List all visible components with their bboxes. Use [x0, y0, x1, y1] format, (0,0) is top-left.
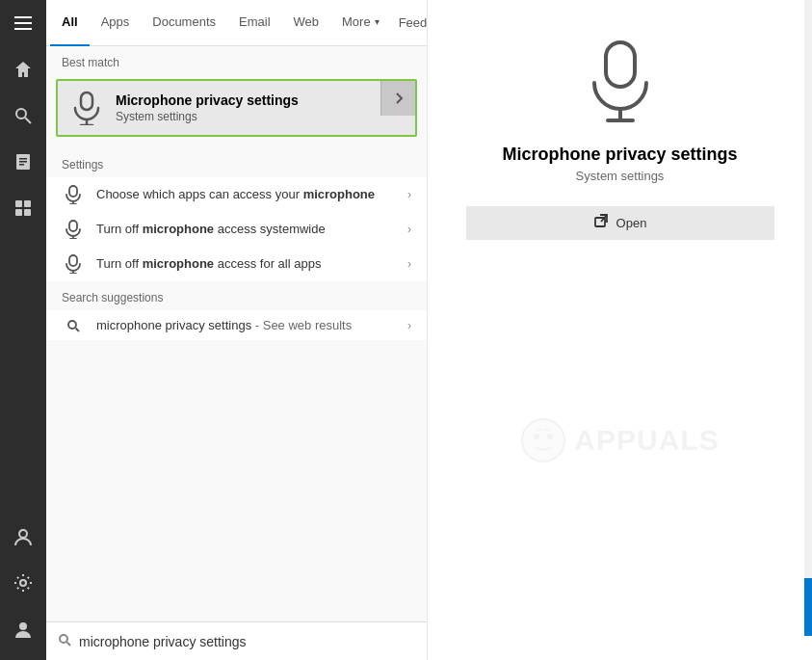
right-scrollbar[interactable]	[804, 0, 812, 621]
microphone-icon	[69, 91, 104, 125]
svg-rect-12	[24, 209, 31, 216]
svg-point-3	[16, 109, 26, 119]
svg-rect-11	[15, 209, 22, 216]
scrollbar-thumb[interactable]	[804, 578, 812, 636]
hamburger-menu[interactable]	[0, 0, 46, 46]
open-button[interactable]: Open	[466, 206, 774, 240]
mic-big-icon	[587, 39, 654, 129]
best-match-item[interactable]: Microphone privacy settings System setti…	[56, 79, 417, 137]
settings-mic-icon-1	[62, 185, 85, 204]
tab-web[interactable]: Web	[282, 0, 331, 46]
best-match-title: Microphone privacy settings	[116, 92, 373, 108]
search-panel: All Apps Documents Email Web More ▾ Feed…	[46, 0, 427, 660]
svg-rect-0	[14, 16, 32, 18]
svg-rect-6	[19, 158, 27, 160]
sidebar-home-icon[interactable]	[0, 46, 46, 92]
open-label: Open	[616, 216, 647, 230]
settings-mic-icon-3	[62, 254, 85, 274]
svg-rect-25	[69, 255, 77, 266]
sidebar-apps-icon[interactable]	[0, 185, 46, 231]
search-bar-icon	[58, 633, 71, 649]
right-panel-subtitle: System settings	[576, 169, 665, 183]
settings-mic-icon-2	[62, 220, 85, 239]
svg-rect-9	[15, 200, 22, 207]
sidebar-user-icon[interactable]	[0, 514, 46, 560]
svg-rect-8	[19, 164, 24, 166]
svg-rect-19	[69, 186, 77, 197]
svg-point-30	[60, 635, 67, 643]
sidebar-documents-icon[interactable]	[0, 139, 46, 185]
watermark-area: APPUALS	[520, 240, 719, 641]
suggestion-text: microphone privacy settings - See web re…	[96, 318, 407, 332]
sidebar-settings-icon[interactable]	[0, 560, 46, 606]
svg-point-39	[547, 434, 553, 439]
svg-rect-2	[14, 28, 32, 30]
tab-email[interactable]: Email	[227, 0, 282, 46]
search-bar-text: microphone privacy settings	[79, 634, 247, 649]
suggestion-item-web[interactable]: microphone privacy settings - See web re…	[46, 310, 427, 340]
right-panel-title: Microphone privacy settings	[502, 145, 737, 165]
tab-all[interactable]: All	[50, 0, 90, 46]
settings-chevron-2: ›	[407, 223, 411, 236]
svg-rect-32	[606, 42, 635, 87]
sidebar-search-icon[interactable]	[0, 92, 46, 139]
best-match-subtitle: System settings	[116, 110, 373, 123]
settings-label: Settings	[46, 148, 427, 177]
settings-item-choose-apps[interactable]: Choose which apps can access your microp…	[46, 177, 427, 212]
svg-line-29	[76, 328, 80, 331]
svg-point-14	[20, 580, 26, 586]
svg-point-28	[68, 321, 76, 329]
more-chevron-icon: ▾	[375, 16, 380, 27]
search-bar[interactable]: microphone privacy settings	[46, 621, 427, 660]
best-match-label: Best match	[46, 46, 427, 75]
svg-point-15	[19, 622, 27, 630]
tabs-row: All Apps Documents Email Web More ▾ Feed…	[46, 0, 427, 46]
tab-more[interactable]: More ▾	[330, 0, 391, 46]
svg-rect-7	[19, 161, 27, 163]
svg-rect-1	[14, 22, 32, 24]
svg-line-31	[67, 643, 71, 647]
svg-rect-10	[24, 200, 31, 207]
best-match-open-arrow[interactable]	[380, 81, 415, 116]
settings-item-turn-off-systemwide[interactable]: Turn off microphone access systemwide ›	[46, 212, 427, 247]
tab-documents[interactable]: Documents	[141, 0, 227, 46]
sidebar-person-icon[interactable]	[0, 606, 46, 652]
settings-item-turn-off-for-apps[interactable]: Turn off microphone access for all apps …	[46, 247, 427, 281]
sidebar	[0, 0, 46, 660]
settings-chevron-1: ›	[407, 188, 411, 201]
svg-rect-22	[69, 221, 77, 231]
settings-section: Settings Choose which apps can access yo…	[46, 141, 427, 281]
svg-point-38	[534, 434, 539, 439]
search-suggestions-label: Search suggestions	[46, 281, 427, 310]
settings-item-text-1: Choose which apps can access your microp…	[96, 186, 407, 203]
svg-rect-16	[81, 92, 92, 110]
svg-line-4	[25, 118, 31, 123]
settings-item-text-3: Turn off microphone access for all apps	[96, 255, 407, 273]
suggestion-chevron: ›	[407, 319, 411, 332]
right-panel: Microphone privacy settings System setti…	[427, 0, 812, 660]
suggestion-search-icon	[62, 319, 85, 332]
settings-chevron-3: ›	[407, 257, 411, 271]
settings-item-text-2: Turn off microphone access systemwide	[96, 221, 407, 238]
open-icon	[593, 214, 609, 232]
svg-point-37	[522, 419, 564, 462]
tab-apps[interactable]: Apps	[90, 0, 142, 46]
svg-point-13	[19, 530, 27, 538]
